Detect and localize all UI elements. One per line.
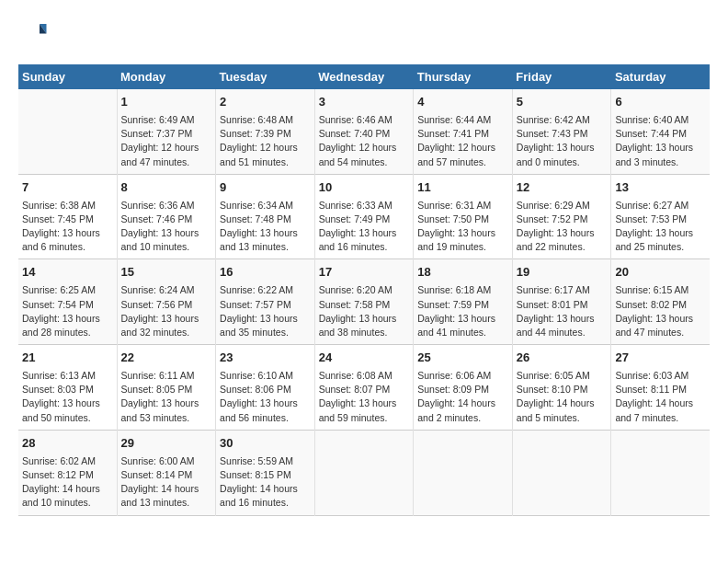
- calendar-cell: 28Sunrise: 6:02 AM Sunset: 8:12 PM Dayli…: [18, 430, 117, 515]
- calendar-cell: 12Sunrise: 6:29 AM Sunset: 7:52 PM Dayli…: [512, 174, 611, 259]
- day-number: 8: [121, 179, 212, 197]
- day-number: 10: [319, 179, 410, 197]
- cell-content: Sunrise: 6:31 AM Sunset: 7:50 PM Dayligh…: [417, 199, 508, 255]
- day-number: 15: [121, 264, 212, 282]
- cell-content: Sunrise: 6:34 AM Sunset: 7:48 PM Dayligh…: [220, 199, 311, 255]
- header-friday: Friday: [512, 64, 611, 89]
- cell-content: Sunrise: 6:42 AM Sunset: 7:43 PM Dayligh…: [517, 113, 608, 169]
- calendar-cell: 25Sunrise: 6:06 AM Sunset: 8:09 PM Dayli…: [414, 345, 513, 431]
- day-number: 28: [22, 435, 113, 453]
- cell-content: Sunrise: 6:27 AM Sunset: 7:53 PM Dayligh…: [615, 199, 706, 255]
- calendar-cell: 11Sunrise: 6:31 AM Sunset: 7:50 PM Dayli…: [414, 174, 513, 259]
- calendar-cell: 7Sunrise: 6:38 AM Sunset: 7:45 PM Daylig…: [18, 174, 117, 259]
- table-row: 7Sunrise: 6:38 AM Sunset: 7:45 PM Daylig…: [18, 174, 710, 259]
- header-wednesday: Wednesday: [314, 64, 414, 89]
- calendar-cell: 5Sunrise: 6:42 AM Sunset: 7:43 PM Daylig…: [512, 89, 611, 174]
- day-number: 26: [517, 350, 608, 367]
- calendar-cell: 26Sunrise: 6:05 AM Sunset: 8:10 PM Dayli…: [512, 345, 611, 431]
- calendar-cell: [512, 430, 611, 515]
- calendar-cell: 24Sunrise: 6:08 AM Sunset: 8:07 PM Dayli…: [314, 345, 414, 431]
- day-number: 7: [22, 179, 113, 197]
- header-sunday: Sunday: [18, 64, 117, 89]
- header-thursday: Thursday: [414, 64, 513, 89]
- cell-content: Sunrise: 6:08 AM Sunset: 8:07 PM Dayligh…: [319, 369, 410, 425]
- calendar-cell: 23Sunrise: 6:10 AM Sunset: 8:06 PM Dayli…: [216, 345, 315, 431]
- day-number: 14: [22, 264, 113, 282]
- calendar-cell: 15Sunrise: 6:24 AM Sunset: 7:56 PM Dayli…: [117, 259, 216, 345]
- calendar-cell: 30Sunrise: 5:59 AM Sunset: 8:15 PM Dayli…: [216, 430, 315, 515]
- day-number: 11: [417, 179, 508, 197]
- cell-content: Sunrise: 6:11 AM Sunset: 8:05 PM Dayligh…: [121, 369, 212, 425]
- calendar-cell: 9Sunrise: 6:34 AM Sunset: 7:48 PM Daylig…: [216, 174, 315, 259]
- day-number: 13: [615, 179, 706, 197]
- table-row: 1Sunrise: 6:49 AM Sunset: 7:37 PM Daylig…: [18, 89, 710, 174]
- calendar-cell: [611, 430, 710, 515]
- calendar-cell: 13Sunrise: 6:27 AM Sunset: 7:53 PM Dayli…: [611, 174, 710, 259]
- calendar-cell: 14Sunrise: 6:25 AM Sunset: 7:54 PM Dayli…: [18, 259, 117, 345]
- cell-content: Sunrise: 6:25 AM Sunset: 7:54 PM Dayligh…: [22, 283, 113, 339]
- cell-content: Sunrise: 6:29 AM Sunset: 7:52 PM Dayligh…: [517, 199, 608, 255]
- page-header: [18, 18, 710, 50]
- logo: [18, 18, 51, 50]
- cell-content: Sunrise: 6:20 AM Sunset: 7:58 PM Dayligh…: [319, 283, 410, 339]
- cell-content: Sunrise: 6:44 AM Sunset: 7:41 PM Dayligh…: [417, 113, 508, 169]
- header-monday: Monday: [117, 64, 216, 89]
- cell-content: Sunrise: 6:02 AM Sunset: 8:12 PM Dayligh…: [22, 454, 113, 511]
- cell-content: Sunrise: 6:18 AM Sunset: 7:59 PM Dayligh…: [417, 283, 508, 339]
- day-number: 1: [121, 94, 212, 111]
- cell-content: Sunrise: 6:33 AM Sunset: 7:49 PM Dayligh…: [319, 199, 410, 255]
- cell-content: Sunrise: 6:10 AM Sunset: 8:06 PM Dayligh…: [220, 369, 311, 425]
- cell-content: Sunrise: 6:49 AM Sunset: 7:37 PM Dayligh…: [121, 113, 212, 169]
- calendar-cell: 21Sunrise: 6:13 AM Sunset: 8:03 PM Dayli…: [18, 345, 117, 431]
- cell-content: Sunrise: 6:38 AM Sunset: 7:45 PM Dayligh…: [22, 199, 113, 255]
- day-number: 27: [615, 350, 706, 367]
- cell-content: Sunrise: 6:46 AM Sunset: 7:40 PM Dayligh…: [319, 113, 410, 169]
- calendar-cell: 17Sunrise: 6:20 AM Sunset: 7:58 PM Dayli…: [314, 259, 414, 345]
- day-number: 9: [220, 179, 311, 197]
- header-tuesday: Tuesday: [216, 64, 315, 89]
- cell-content: Sunrise: 6:00 AM Sunset: 8:14 PM Dayligh…: [121, 454, 212, 511]
- day-number: 30: [220, 435, 311, 453]
- calendar-cell: 2Sunrise: 6:48 AM Sunset: 7:39 PM Daylig…: [216, 89, 315, 174]
- day-number: 25: [417, 350, 508, 367]
- cell-content: Sunrise: 6:06 AM Sunset: 8:09 PM Dayligh…: [417, 369, 508, 425]
- day-number: 12: [517, 179, 608, 197]
- calendar-cell: 16Sunrise: 6:22 AM Sunset: 7:57 PM Dayli…: [216, 259, 315, 345]
- cell-content: Sunrise: 6:05 AM Sunset: 8:10 PM Dayligh…: [517, 369, 608, 425]
- day-number: 18: [417, 264, 508, 282]
- day-number: 23: [220, 350, 311, 367]
- calendar-cell: 22Sunrise: 6:11 AM Sunset: 8:05 PM Dayli…: [117, 345, 216, 431]
- calendar-cell: 27Sunrise: 6:03 AM Sunset: 8:11 PM Dayli…: [611, 345, 710, 431]
- calendar-cell: 29Sunrise: 6:00 AM Sunset: 8:14 PM Dayli…: [117, 430, 216, 515]
- day-number: 29: [121, 435, 212, 453]
- calendar-cell: [414, 430, 513, 515]
- table-row: 21Sunrise: 6:13 AM Sunset: 8:03 PM Dayli…: [18, 345, 710, 431]
- day-number: 16: [220, 264, 311, 282]
- day-number: 4: [417, 94, 508, 111]
- cell-content: Sunrise: 6:48 AM Sunset: 7:39 PM Dayligh…: [220, 113, 311, 169]
- header-saturday: Saturday: [611, 64, 710, 89]
- cell-content: Sunrise: 6:40 AM Sunset: 7:44 PM Dayligh…: [615, 113, 706, 169]
- day-number: 24: [319, 350, 410, 367]
- logo-icon: [20, 18, 48, 46]
- calendar-cell: 10Sunrise: 6:33 AM Sunset: 7:49 PM Dayli…: [314, 174, 414, 259]
- cell-content: Sunrise: 6:36 AM Sunset: 7:46 PM Dayligh…: [121, 199, 212, 255]
- calendar-cell: 3Sunrise: 6:46 AM Sunset: 7:40 PM Daylig…: [314, 89, 414, 174]
- day-number: 5: [517, 94, 608, 111]
- calendar-cell: [18, 89, 117, 174]
- cell-content: Sunrise: 6:15 AM Sunset: 8:02 PM Dayligh…: [615, 283, 706, 339]
- day-number: 21: [22, 350, 113, 367]
- table-header-row: SundayMondayTuesdayWednesdayThursdayFrid…: [18, 64, 710, 89]
- calendar-cell: 6Sunrise: 6:40 AM Sunset: 7:44 PM Daylig…: [611, 89, 710, 174]
- calendar-cell: 20Sunrise: 6:15 AM Sunset: 8:02 PM Dayli…: [611, 259, 710, 345]
- calendar-cell: 18Sunrise: 6:18 AM Sunset: 7:59 PM Dayli…: [414, 259, 513, 345]
- calendar-cell: 19Sunrise: 6:17 AM Sunset: 8:01 PM Dayli…: [512, 259, 611, 345]
- cell-content: Sunrise: 6:22 AM Sunset: 7:57 PM Dayligh…: [220, 283, 311, 339]
- day-number: 20: [615, 264, 706, 282]
- day-number: 3: [319, 94, 410, 111]
- cell-content: Sunrise: 6:17 AM Sunset: 8:01 PM Dayligh…: [517, 283, 608, 339]
- calendar-cell: 1Sunrise: 6:49 AM Sunset: 7:37 PM Daylig…: [117, 89, 216, 174]
- day-number: 17: [319, 264, 410, 282]
- day-number: 6: [615, 94, 706, 111]
- table-row: 14Sunrise: 6:25 AM Sunset: 7:54 PM Dayli…: [18, 259, 710, 345]
